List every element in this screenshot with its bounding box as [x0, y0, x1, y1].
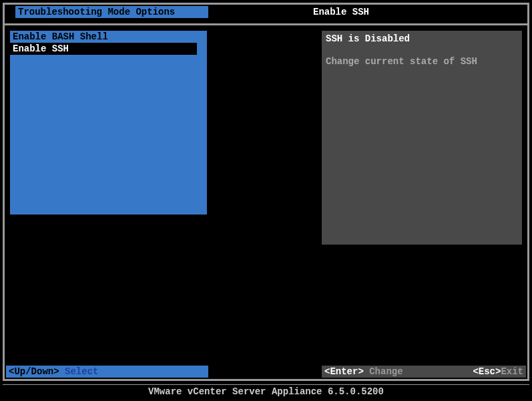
footer-action-hints: <Enter> Change <Esc>Exit: [322, 366, 526, 378]
updown-label: Select: [59, 366, 99, 377]
esc-key: <Esc>: [473, 366, 501, 377]
menu-item-enable-bash[interactable]: Enable BASH Shell: [10, 31, 207, 43]
selected-item-title: Enable SSH: [208, 6, 474, 18]
footer-spacer: [208, 366, 322, 378]
updown-key: <Up/Down>: [9, 366, 59, 377]
console-frame: Troubleshooting Mode Options Enable SSH …: [3, 3, 529, 381]
status-text: SSH is Disabled: [326, 33, 518, 44]
enter-key: <Enter>: [324, 366, 364, 377]
enter-label: Change: [364, 366, 403, 377]
product-version: VMware vCenter Server Appliance 6.5.0.52…: [0, 385, 532, 398]
description-text: Change current state of SSH: [326, 56, 518, 67]
footer-nav-hint: <Up/Down> Select: [6, 366, 208, 378]
title-bar: Troubleshooting Mode Options Enable SSH: [5, 6, 527, 18]
description-panel: SSH is Disabled Change current state of …: [322, 31, 522, 245]
menu-panel[interactable]: Enable BASH Shell Enable SSH: [10, 31, 207, 215]
screen-title: Troubleshooting Mode Options: [10, 6, 208, 18]
title-spacer: [474, 6, 527, 18]
menu-item-enable-ssh[interactable]: Enable SSH: [10, 43, 197, 55]
footer-bar: <Up/Down> Select <Enter> Change <Esc>Exi…: [5, 366, 527, 378]
content-area: Enable BASH Shell Enable SSH SSH is Disa…: [5, 25, 527, 346]
esc-label: Exit: [501, 366, 523, 377]
content-spacer: [212, 31, 316, 341]
